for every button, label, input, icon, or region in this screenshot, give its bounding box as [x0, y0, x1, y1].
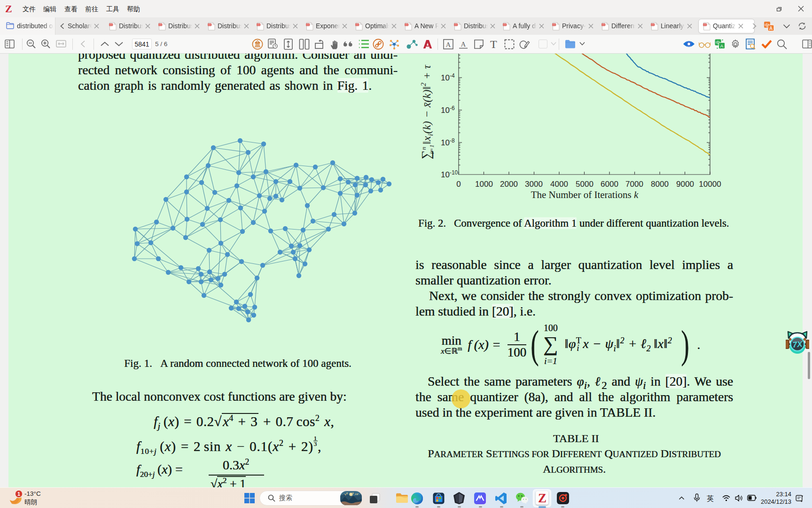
svg-text:10-4: 10-4	[441, 72, 455, 82]
svg-text:1: 1	[17, 491, 20, 497]
svg-text:9000: 9000	[676, 180, 694, 189]
svg-text:10-10: 10-10	[441, 169, 458, 179]
svg-text:7X: 7X	[792, 340, 804, 349]
svg-text:4000: 4000	[550, 180, 568, 189]
svg-text:6000: 6000	[601, 180, 618, 189]
svg-text:0: 0	[456, 180, 461, 189]
svg-text:A: A	[769, 26, 773, 31]
svg-text:10-8: 10-8	[441, 137, 455, 147]
svg-text:A: A	[446, 41, 451, 48]
svg-text:10000: 10000	[699, 180, 721, 189]
svg-text:∑ni=1‖xi(k) − x̄(k)‖2 + τ: ∑ni=1‖xi(k) − x̄(k)‖2 + τ	[419, 64, 435, 159]
svg-text:8000: 8000	[651, 180, 669, 189]
svg-text:2000: 2000	[500, 180, 518, 189]
svg-text:1000: 1000	[475, 180, 493, 189]
svg-text:7000: 7000	[625, 180, 643, 189]
svg-text:5000: 5000	[576, 180, 593, 189]
svg-text:3000: 3000	[525, 180, 543, 189]
svg-text:10-6: 10-6	[441, 105, 455, 115]
svg-text:A: A	[461, 40, 466, 48]
svg-text:A: A	[720, 43, 724, 48]
svg-text:The Number of Iterations k: The Number of Iterations k	[531, 189, 639, 200]
